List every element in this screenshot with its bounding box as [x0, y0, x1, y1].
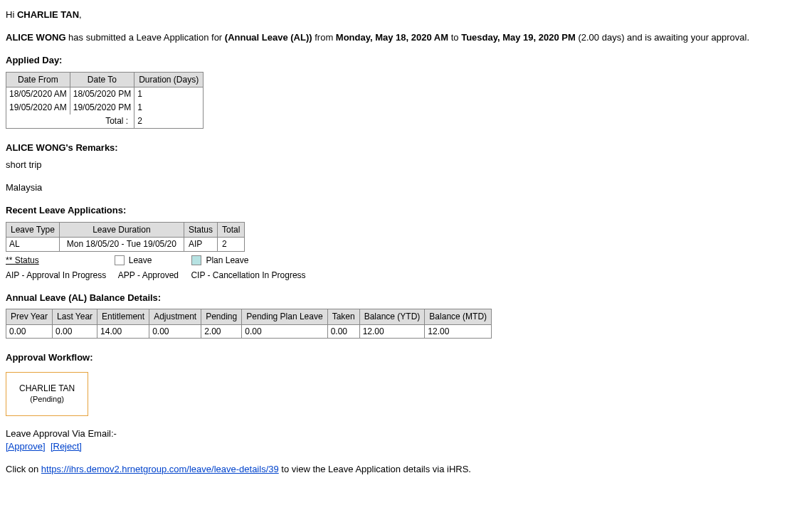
greeting-line: Hi CHARLIE TAN, [6, 9, 786, 21]
balance-table: Prev Year Last Year Entitlement Adjustme… [6, 309, 492, 339]
table-row: 0.00 0.00 14.00 0.00 2.00 0.00 0.00 12.0… [6, 324, 492, 339]
workflow-heading: Approval Workflow: [6, 351, 786, 364]
intro-line: ALICE WONG has submitted a Leave Applica… [6, 31, 786, 44]
workflow-approver-status: (Pending) [19, 394, 75, 405]
recent-table: Leave Type Leave Duration Status Total A… [6, 222, 245, 252]
remarks-line2: Malaysia [6, 181, 786, 194]
recent-heading: Recent Leave Applications: [6, 204, 786, 217]
table-row: 18/05/2020 AM 18/05/2020 PM 1 [6, 87, 204, 101]
swatch-leave [115, 255, 125, 265]
recipient-name: CHARLIE TAN [17, 9, 79, 20]
approve-link[interactable]: [Approve] [6, 441, 46, 452]
balance-heading: Annual Leave (AL) Balance Details: [6, 292, 786, 304]
table-row: AL Mon 18/05/20 - Tue 19/05/20 AIP 2 [6, 238, 245, 252]
applied-day-heading: Applied Day: [6, 54, 786, 67]
workflow-approver-box: CHARLIE TAN (Pending) [6, 372, 88, 416]
table-total-row: Total : 2 [6, 115, 204, 128]
swatch-plan-leave [191, 255, 201, 265]
status-legend-row: ** Status Leave Plan Leave [6, 255, 786, 267]
footer-line: Click on https://ihrs.demov2.hrnetgroup.… [6, 463, 786, 476]
details-link[interactable]: https://ihrs.demov2.hrnetgroup.com/leave… [41, 464, 279, 474]
submitter-name: ALICE WONG [6, 32, 66, 43]
applied-day-table: Date From Date To Duration (Days) 18/05/… [6, 72, 204, 129]
remarks-line1: short trip [6, 159, 786, 171]
approval-heading: Leave Approval Via Email:- [6, 427, 786, 440]
status-legend-codes: AIP - Approval In Progress APP - Approve… [6, 270, 786, 282]
workflow-approver-name: CHARLIE TAN [19, 383, 75, 395]
remarks-heading: ALICE WONG's Remarks: [6, 142, 786, 154]
reject-link[interactable]: [Reject] [51, 441, 82, 452]
table-row: 19/05/2020 AM 19/05/2020 PM 1 [6, 101, 204, 115]
